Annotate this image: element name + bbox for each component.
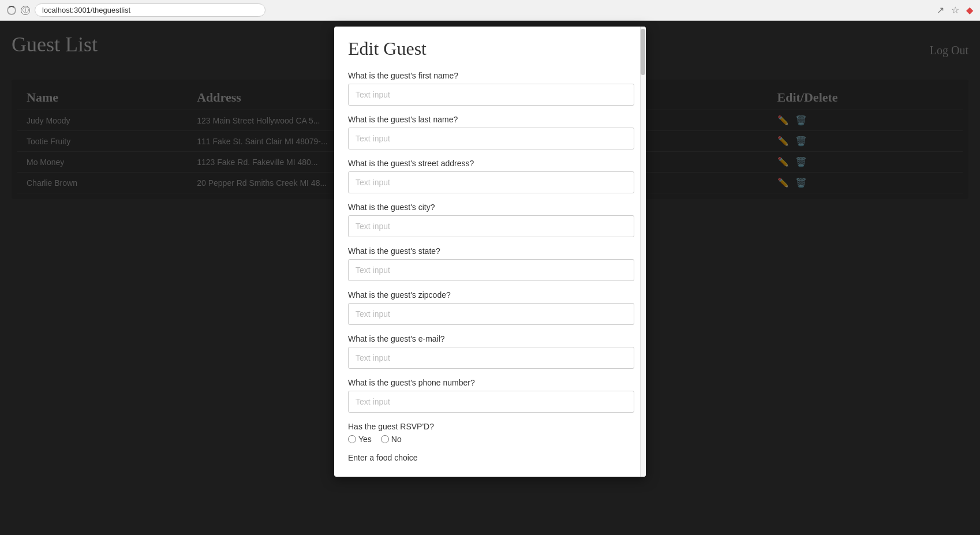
browser-actions: ↗ ☆ ◆ [937,5,973,16]
rsvp-yes-text: Yes [358,435,372,444]
label-zipcode: What is the guest's zipcode? [348,290,634,300]
label-email: What is the guest's e-mail? [348,334,634,343]
browser-bar: ⓘ localhost:3001/theguestlist ↗ ☆ ◆ [0,0,980,21]
input-street-address[interactable] [348,171,634,193]
food-choice-group: Enter a food choice [348,453,634,462]
label-last-name: What is the guest's last name? [348,115,634,124]
field-group-email: What is the guest's e-mail? [348,334,634,369]
rsvp-label: Has the guest RSVP'D? [348,422,634,431]
modal-overlay: Edit Guest What is the guest's first nam… [0,21,980,535]
input-phone[interactable] [348,391,634,413]
input-state[interactable] [348,259,634,281]
rsvp-yes-radio[interactable] [348,435,356,443]
label-first-name: What is the guest's first name? [348,71,634,80]
rsvp-no-label[interactable]: No [381,435,402,444]
rsvp-group: Has the guest RSVP'D? Yes No [348,422,634,444]
input-city[interactable] [348,215,634,237]
bookmark-icon[interactable]: ☆ [951,5,959,16]
share-icon[interactable]: ↗ [937,5,944,16]
field-group-state: What is the guest's state? [348,246,634,281]
info-icon: ⓘ [21,6,30,15]
label-phone: What is the guest's phone number? [348,378,634,387]
modal-scrollbar-thumb[interactable] [641,29,645,75]
rsvp-no-radio[interactable] [381,435,389,443]
field-group-last-name: What is the guest's last name? [348,115,634,149]
modal-header: Edit Guest [334,27,646,65]
input-zipcode[interactable] [348,303,634,325]
rsvp-radio-group: Yes No [348,435,634,444]
label-city: What is the guest's city? [348,203,634,212]
loading-spinner [7,6,16,15]
field-group-phone: What is the guest's phone number? [348,378,634,413]
input-email[interactable] [348,347,634,369]
label-street-address: What is the guest's street address? [348,159,634,168]
food-choice-label: Enter a food choice [348,453,634,462]
field-group-street-address: What is the guest's street address? [348,159,634,193]
modal-scrollbar[interactable] [640,27,646,477]
rsvp-yes-label[interactable]: Yes [348,435,372,444]
edit-guest-modal: Edit Guest What is the guest's first nam… [334,27,646,477]
field-group-city: What is the guest's city? [348,203,634,237]
field-group-zipcode: What is the guest's zipcode? [348,290,634,325]
rsvp-no-text: No [391,435,402,444]
label-state: What is the guest's state? [348,246,634,256]
extension-icon[interactable]: ◆ [966,5,973,16]
input-first-name[interactable] [348,84,634,106]
modal-title: Edit Guest [348,38,632,59]
field-group-first-name: What is the guest's first name? [348,71,634,106]
url-bar[interactable]: localhost:3001/theguestlist [35,3,265,17]
input-last-name[interactable] [348,128,634,149]
modal-body[interactable]: What is the guest's first name? What is … [334,65,646,477]
